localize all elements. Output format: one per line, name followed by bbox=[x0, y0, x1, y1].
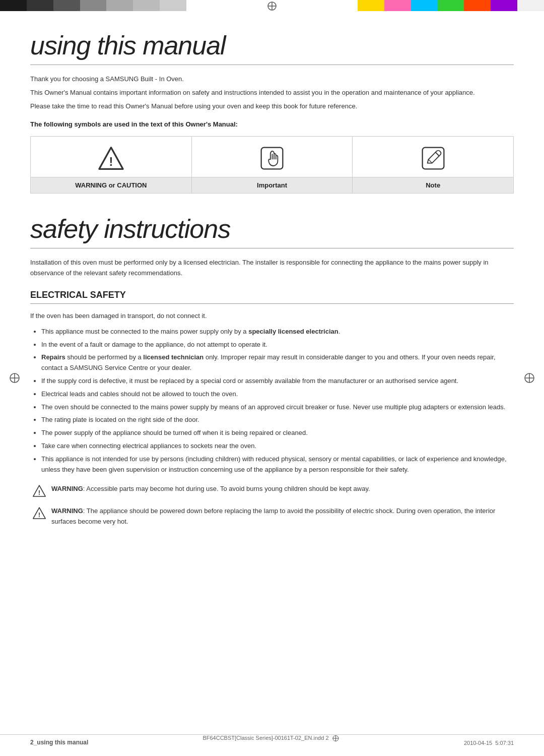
symbol-cell-important: Important bbox=[192, 137, 353, 193]
registration-mark-left bbox=[9, 372, 20, 384]
color-strip-right bbox=[358, 0, 544, 11]
symbol-cell-warning: ! WARNING or CAUTION bbox=[31, 137, 192, 193]
color-strip-left bbox=[0, 0, 186, 11]
note-icon-area bbox=[353, 137, 513, 177]
footer-file-info: BF64CCBST[Classic Series]-00161T-02_EN.i… bbox=[202, 735, 341, 742]
footer-datetime: 2010-04-15 5:07:31 bbox=[464, 740, 514, 746]
footer-time: 5:07:31 bbox=[495, 740, 514, 746]
svg-rect-15 bbox=[422, 148, 444, 169]
bullet-item-5: Electrical leads and cables should not b… bbox=[41, 389, 514, 400]
warning-bold-1: WARNING bbox=[51, 485, 83, 492]
color-block bbox=[464, 0, 491, 11]
footer: 2_using this manual BF64CCBST[Classic Se… bbox=[0, 734, 544, 746]
svg-text:!: ! bbox=[38, 512, 40, 519]
footer-date: 2010-04-15 bbox=[464, 740, 492, 746]
color-block bbox=[384, 0, 411, 11]
color-block bbox=[80, 0, 107, 11]
warning-block-2: ! WARNING: The appliance should be power… bbox=[30, 506, 514, 527]
registration-mark-footer bbox=[332, 735, 339, 742]
bullet-item-2: In the event of a fault or damage to the… bbox=[41, 340, 514, 350]
warning-block-1: ! WARNING: Accessible parts may become h… bbox=[30, 484, 514, 499]
important-icon bbox=[259, 146, 285, 171]
intro-text-2: This Owner's Manual contains important i… bbox=[30, 88, 514, 98]
color-block bbox=[438, 0, 464, 11]
warning-label: WARNING or CAUTION bbox=[31, 177, 191, 193]
footer-page-label: 2_using this manual bbox=[30, 739, 88, 746]
important-label: Important bbox=[192, 177, 353, 193]
intro-text-1: Thank you for choosing a SAMSUNG Built -… bbox=[30, 74, 514, 85]
bullet-item-4: If the supply cord is defective, it must… bbox=[41, 376, 514, 387]
color-block bbox=[517, 0, 544, 11]
bullet-item-3: Repairs should be performed by a license… bbox=[41, 352, 514, 373]
warning-icon-1: ! bbox=[32, 484, 46, 499]
registration-mark-right bbox=[524, 372, 535, 384]
important-icon-area bbox=[192, 137, 353, 177]
color-bar-top bbox=[0, 0, 544, 11]
symbol-table: ! WARNING or CAUTION bbox=[30, 136, 514, 194]
bullet-item-6: The oven should be connected to the main… bbox=[41, 402, 514, 413]
svg-text:!: ! bbox=[38, 489, 40, 496]
color-block bbox=[411, 0, 438, 11]
note-icon bbox=[421, 146, 446, 171]
bullet-item-1: This appliance must be connected to the … bbox=[41, 327, 514, 337]
footer-file-info-text: BF64CCBST[Classic Series]-00161T-02_EN.i… bbox=[202, 735, 328, 741]
svg-line-16 bbox=[435, 152, 439, 156]
symbol-cell-note: Note bbox=[353, 137, 513, 193]
bullet-item-7: The rating plate is located on the right… bbox=[41, 415, 514, 425]
warning-bold-2: WARNING bbox=[51, 507, 83, 515]
color-block bbox=[0, 0, 27, 11]
color-block bbox=[491, 0, 517, 11]
safety-intro: Installation of this oven must be perfor… bbox=[30, 258, 514, 279]
warning-icon-2: ! bbox=[32, 507, 46, 521]
warning-icon-area: ! bbox=[31, 137, 191, 177]
color-block bbox=[53, 0, 80, 11]
color-block bbox=[358, 0, 384, 11]
main-content: using this manual Thank you for choosing… bbox=[0, 15, 544, 554]
section2-title: safety instructions bbox=[30, 214, 514, 248]
registration-mark-top bbox=[267, 1, 277, 13]
intro-text-3: Please take the time to read this Owner'… bbox=[30, 101, 514, 112]
color-block bbox=[133, 0, 160, 11]
electrical-safety-title: ELECTRICAL SAFETY bbox=[30, 290, 514, 304]
bullet-item-8: The power supply of the appliance should… bbox=[41, 428, 514, 438]
svg-text:!: ! bbox=[109, 155, 113, 168]
warning-triangle-icon: ! bbox=[97, 146, 125, 171]
color-block bbox=[106, 0, 133, 11]
electrical-bullet-list: This appliance must be connected to the … bbox=[30, 327, 514, 475]
symbols-heading: The following symbols are used in the te… bbox=[30, 120, 514, 128]
color-block bbox=[27, 0, 53, 11]
svg-line-17 bbox=[428, 160, 432, 163]
bullet-item-10: This appliance is not intended for use b… bbox=[41, 454, 514, 475]
warning-text-2: WARNING: The appliance should be powered… bbox=[51, 506, 514, 527]
note-label: Note bbox=[353, 177, 513, 193]
color-block bbox=[160, 0, 186, 11]
warning-text-1: WARNING: Accessible parts may become hot… bbox=[51, 484, 370, 494]
electrical-intro: If the oven has been damaged in transpor… bbox=[30, 311, 514, 322]
bullet-item-9: Take care when connecting electrical app… bbox=[41, 441, 514, 452]
section1-title: using this manual bbox=[30, 30, 514, 65]
